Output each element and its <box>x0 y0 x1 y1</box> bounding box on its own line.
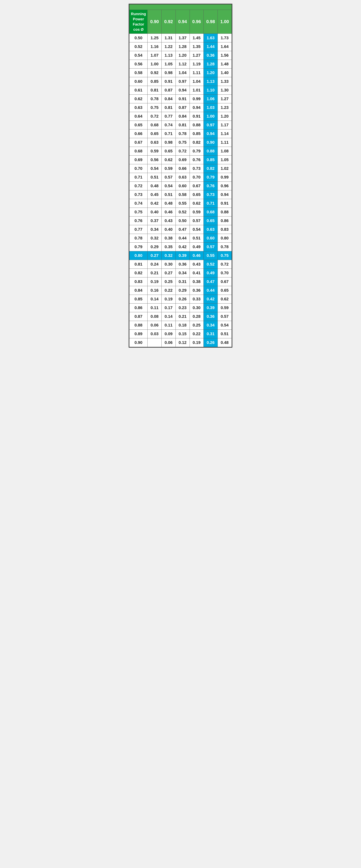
cell-0.89-col1: 0.09 <box>162 330 176 338</box>
apfc-table: RunningPowerFactorcos Ø 0.900.920.940.96… <box>129 4 232 347</box>
row-label-0.62: 0.62 <box>129 95 147 103</box>
cell-0.79-col1: 0.35 <box>162 243 176 251</box>
cell-0.65-col1: 0.74 <box>162 121 176 129</box>
table-row: 0.690.560.620.690.760.851.05 <box>129 156 232 164</box>
cell-0.65-col3: 0.88 <box>190 121 204 129</box>
cell-0.70-col5: 1.02 <box>218 164 232 173</box>
cell-0.68-col0: 0.59 <box>147 147 162 156</box>
cell-0.60-col5: 1.33 <box>218 77 232 86</box>
cell-0.61-col2: 0.94 <box>175 86 190 95</box>
cell-0.74-col0: 0.42 <box>147 199 162 208</box>
cell-0.61-col5: 1.30 <box>218 86 232 95</box>
table-row: 0.670.630.980.750.820.901.11 <box>129 138 232 147</box>
row-label-0.79: 0.79 <box>129 243 147 251</box>
row-label-0.88: 0.88 <box>129 321 147 330</box>
row-label-0.66: 0.66 <box>129 129 147 138</box>
cell-0.77-col0: 0.34 <box>147 225 162 234</box>
cell-0.70-col4: 0.82 <box>204 164 218 173</box>
cell-0.63-col0: 0.75 <box>147 103 162 112</box>
cell-0.73-col4: 0.73 <box>204 190 218 199</box>
cell-0.72-col1: 0.54 <box>162 182 176 190</box>
cell-0.79-col0: 0.29 <box>147 243 162 251</box>
cell-0.87-col2: 0.21 <box>175 312 190 321</box>
table-row: 0.700.540.590.660.730.821.02 <box>129 164 232 173</box>
cell-0.70-col1: 0.59 <box>162 164 176 173</box>
table-row: 0.561.001.051.121.191.281.48 <box>129 60 232 68</box>
cell-0.68-col1: 0.65 <box>162 147 176 156</box>
cell-0.65-col5: 1.17 <box>218 121 232 129</box>
cell-0.58-col3: 1.11 <box>190 68 204 77</box>
row-label-0.56: 0.56 <box>129 60 147 68</box>
cell-0.52-col4: 1.44 <box>204 42 218 51</box>
cell-0.58-col1: 0.98 <box>162 68 176 77</box>
row-label-0.60: 0.60 <box>129 77 147 86</box>
row-label-0.75: 0.75 <box>129 208 147 216</box>
table-row: 0.840.160.220.290.360.440.65 <box>129 286 232 295</box>
cell-0.71-col0: 0.51 <box>147 173 162 182</box>
cell-0.82-col3: 0.41 <box>190 269 204 277</box>
cell-0.71-col5: 0.99 <box>218 173 232 182</box>
cell-0.79-col5: 0.78 <box>218 243 232 251</box>
cell-0.68-col2: 0.72 <box>175 147 190 156</box>
cell-0.72-col0: 0.48 <box>147 182 162 190</box>
cell-0.65-col4: 0.97 <box>204 121 218 129</box>
cell-0.86-col1: 0.17 <box>162 304 176 312</box>
cell-0.76-col4: 0.65 <box>204 216 218 225</box>
cell-0.83-col3: 0.38 <box>190 277 204 286</box>
cell-0.58-col2: 1.04 <box>175 68 190 77</box>
cell-0.67-col5: 1.11 <box>218 138 232 147</box>
table-row: 0.790.290.350.420.490.570.78 <box>129 243 232 251</box>
table-row: 0.730.450.510.580.650.730.94 <box>129 190 232 199</box>
table-title <box>129 4 232 10</box>
cell-0.74-col5: 0.91 <box>218 199 232 208</box>
cell-0.73-col1: 0.51 <box>162 190 176 199</box>
cell-0.67-col1: 0.98 <box>162 138 176 147</box>
cell-0.80-col0: 0.27 <box>147 251 162 260</box>
cell-0.65-col0: 0.68 <box>147 121 162 129</box>
cell-0.54-col2: 1.20 <box>175 51 190 60</box>
cell-0.71-col1: 0.57 <box>162 173 176 182</box>
cell-0.80-col1: 0.32 <box>162 251 176 260</box>
cell-0.73-col5: 0.94 <box>218 190 232 199</box>
cell-0.50-col1: 1.31 <box>162 34 176 42</box>
cell-0.73-col3: 0.65 <box>190 190 204 199</box>
row-label-0.58: 0.58 <box>129 68 147 77</box>
row-label-0.83: 0.83 <box>129 277 147 286</box>
cell-0.75-col5: 0.88 <box>218 208 232 216</box>
cell-0.50-col2: 1.37 <box>175 34 190 42</box>
cell-0.63-col1: 0.81 <box>162 103 176 112</box>
row-label-0.52: 0.52 <box>129 42 147 51</box>
cell-0.85-col3: 0.33 <box>190 295 204 304</box>
cell-0.64-col2: 0.84 <box>175 112 190 121</box>
cell-0.66-col1: 0.71 <box>162 129 176 138</box>
cell-0.84-col4: 0.44 <box>204 286 218 295</box>
cell-0.89-col3: 0.22 <box>190 330 204 338</box>
row-label-0.87: 0.87 <box>129 312 147 321</box>
cell-0.74-col1: 0.48 <box>162 199 176 208</box>
cell-0.64-col3: 0.91 <box>190 112 204 121</box>
cell-0.72-col2: 0.60 <box>175 182 190 190</box>
cell-0.67-col4: 0.90 <box>204 138 218 147</box>
cell-0.50-col5: 1.73 <box>218 34 232 42</box>
cell-0.54-col0: 1.07 <box>147 51 162 60</box>
cell-0.76-col2: 0.50 <box>175 216 190 225</box>
cell-0.62-col0: 0.78 <box>147 95 162 103</box>
cell-0.60-col0: 0.85 <box>147 77 162 86</box>
cell-0.64-col1: 0.77 <box>162 112 176 121</box>
cell-0.68-col4: 0.88 <box>204 147 218 156</box>
cell-0.71-col3: 0.70 <box>190 173 204 182</box>
cell-0.84-col5: 0.65 <box>218 286 232 295</box>
row-label-0.68: 0.68 <box>129 147 147 156</box>
row-label-0.73: 0.73 <box>129 190 147 199</box>
cell-0.76-col5: 0.86 <box>218 216 232 225</box>
cell-0.75-col3: 0.59 <box>190 208 204 216</box>
cell-0.64-col4: 1.00 <box>204 112 218 121</box>
cell-0.61-col0: 0.81 <box>147 86 162 95</box>
cell-0.86-col5: 0.59 <box>218 304 232 312</box>
table-row: 0.750.400.460.520.590.680.88 <box>129 208 232 216</box>
cell-0.82-col4: 0.49 <box>204 269 218 277</box>
cell-0.68-col5: 1.08 <box>218 147 232 156</box>
cell-0.84-col3: 0.36 <box>190 286 204 295</box>
cell-0.60-col2: 0.97 <box>175 77 190 86</box>
cell-0.80-col5: 0.75 <box>218 251 232 260</box>
